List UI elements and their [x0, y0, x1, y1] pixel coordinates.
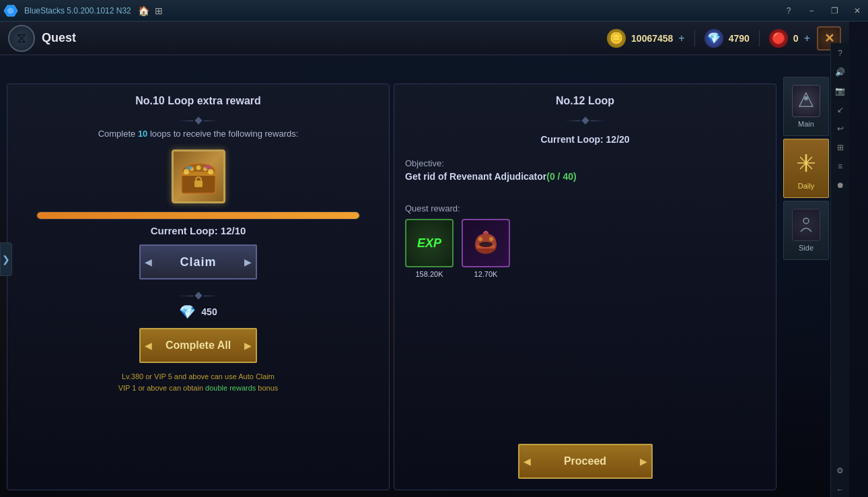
- collapse-arrow[interactable]: ❯: [0, 242, 12, 276]
- svg-point-22: [478, 237, 482, 241]
- right-divider: [565, 117, 606, 125]
- nav-main[interactable]: Main: [783, 77, 829, 136]
- toolbar-macro[interactable]: ⏺: [833, 178, 848, 193]
- side-nav-label: Side: [799, 244, 813, 252]
- toolbar-volume[interactable]: 🔊: [833, 65, 848, 79]
- gold-icon: 🪙: [607, 29, 626, 48]
- objective-prefix: Get rid of Revenant Adjudicator: [405, 171, 546, 182]
- left-current-loop: Current Loop: 12/10: [151, 225, 246, 236]
- nav-daily[interactable]: Daily: [783, 139, 829, 198]
- main-nav-icon: [792, 85, 820, 117]
- ruby-currency-group: 🔴 0 +: [769, 29, 810, 48]
- gem-value: 4790: [729, 33, 750, 44]
- main-nav-label: Main: [798, 120, 814, 128]
- loops-number: 10: [138, 129, 147, 139]
- ruby-value: 0: [793, 33, 799, 44]
- quest-icon: ⧖: [8, 25, 35, 52]
- nav-side[interactable]: Side: [783, 201, 829, 260]
- game-header: ⧖ Quest 🪙 10067458 + 💎 4790 🔴 0 +: [0, 22, 849, 55]
- divider-1: [178, 117, 219, 125]
- proceed-button[interactable]: Proceed: [518, 444, 653, 479]
- exp-reward-box: EXP: [405, 219, 454, 267]
- right-current-loop: Current Loop: 12/20: [540, 134, 629, 145]
- progress-bar-container: [36, 211, 361, 220]
- claim-button[interactable]: Claim: [139, 244, 257, 279]
- gem-icon: 💎: [704, 29, 723, 48]
- ruby-icon: 🔴: [769, 29, 788, 48]
- item-reward-value: 12.70K: [474, 270, 498, 278]
- svg-point-23: [489, 237, 493, 241]
- gem-reward-count: 450: [201, 306, 217, 317]
- svg-point-14: [196, 165, 201, 170]
- title-icons: 🏠 ⊞: [138, 5, 163, 16]
- progress-bar-fill: [37, 212, 360, 219]
- complete-all-label: Complete All: [166, 339, 231, 352]
- toolbar-camera[interactable]: 📷: [833, 84, 848, 98]
- objective-label: Objective:: [405, 158, 765, 168]
- claim-label: Claim: [180, 255, 216, 269]
- svg-point-18: [205, 165, 211, 169]
- loops-text: Complete 10 loops to receive the followi…: [98, 129, 299, 139]
- toolbar-settings[interactable]: ⚙: [833, 463, 848, 478]
- right-panel-title: No.12 Loop: [556, 95, 614, 107]
- svg-rect-11: [194, 180, 203, 187]
- close-button[interactable]: ✕: [846, 0, 868, 22]
- ruby-plus[interactable]: +: [804, 32, 810, 44]
- restore-button[interactable]: ❐: [824, 0, 845, 22]
- app-name: BlueStacks 5.0.200.1012 N32: [24, 6, 131, 15]
- footer-note: Lv.380 or VIP 5 and above can use Auto C…: [118, 371, 279, 393]
- double-rewards-text: double rewards: [205, 384, 256, 392]
- gem-reward-row: 💎 450: [179, 304, 217, 320]
- item-reward-box: [462, 219, 510, 267]
- toolbar-down[interactable]: ↙: [833, 102, 848, 117]
- main-area: ⧖ Quest 🪙 10067458 + 💎 4790 🔴 0 +: [0, 22, 849, 497]
- svg-point-12: [184, 169, 189, 174]
- quest-title: Quest: [42, 31, 76, 45]
- toolbar-layers[interactable]: ≡: [833, 159, 848, 174]
- toolbar-help[interactable]: ?: [833, 46, 848, 61]
- item-reward-item: 12.70K: [462, 219, 510, 278]
- exp-reward-item: EXP 158.20K: [405, 219, 454, 278]
- quest-reward-label: Quest reward:: [405, 203, 765, 213]
- footer-line1: Lv.380 or VIP 5 and above can use Auto C…: [118, 371, 279, 383]
- gem-reward-icon: 💎: [179, 304, 196, 320]
- exp-reward-value: 158.20K: [416, 270, 443, 278]
- window-controls: ? − ❐ ✕: [778, 0, 868, 22]
- gem-currency-group: 💎 4790: [704, 29, 750, 48]
- daily-nav-label: Daily: [798, 182, 814, 190]
- nav-sidebar: Main Daily: [783, 77, 830, 260]
- left-panel: No.10 Loop extra reward Complete 10 loop…: [7, 84, 390, 490]
- objective-text: Get rid of Revenant Adjudicator(0 / 40): [405, 171, 765, 182]
- toolbar-rotate[interactable]: ↩: [833, 121, 848, 136]
- svg-point-16: [208, 169, 213, 174]
- help-button[interactable]: ?: [778, 0, 799, 22]
- left-panel-title: No.10 Loop extra reward: [135, 95, 261, 107]
- currency-sep-1: [694, 30, 695, 46]
- svg-point-21: [479, 242, 493, 247]
- svg-point-17: [186, 166, 192, 170]
- quest-icon-bg: ⧖: [8, 25, 35, 52]
- gold-currency-group: 🪙 10067458 +: [607, 29, 685, 48]
- chest-icon: [172, 150, 225, 203]
- proceed-label: Proceed: [564, 455, 606, 467]
- divider-2: [178, 292, 219, 300]
- toolbar-game-controls[interactable]: ⊞: [833, 140, 848, 155]
- objective-progress: (0 / 40): [546, 171, 576, 182]
- grid-icon[interactable]: ⊞: [155, 5, 163, 16]
- toolbar-back[interactable]: ←: [833, 482, 848, 497]
- exp-icon-text: EXP: [417, 236, 441, 251]
- complete-all-button[interactable]: Complete All: [139, 328, 257, 363]
- titlebar: BlueStacks 5.0.200.1012 N32 🏠 ⊞ ? − ❐ ✕: [0, 0, 868, 22]
- home-icon[interactable]: 🏠: [138, 5, 149, 16]
- bluestacks-logo: [0, 0, 22, 22]
- rewards-row: EXP 158.20K: [405, 219, 765, 278]
- panels-area: No.10 Loop extra reward Complete 10 loop…: [0, 77, 783, 497]
- minimize-button[interactable]: −: [801, 0, 822, 22]
- svg-point-8: [803, 218, 809, 224]
- footer-line2: VIP 1 or above can obtain double rewards…: [118, 383, 279, 394]
- daily-nav-icon: [792, 147, 820, 179]
- side-nav-icon: [792, 209, 820, 241]
- svg-point-3: [804, 96, 808, 100]
- gold-value: 10067458: [631, 33, 673, 44]
- gold-plus[interactable]: +: [678, 32, 684, 44]
